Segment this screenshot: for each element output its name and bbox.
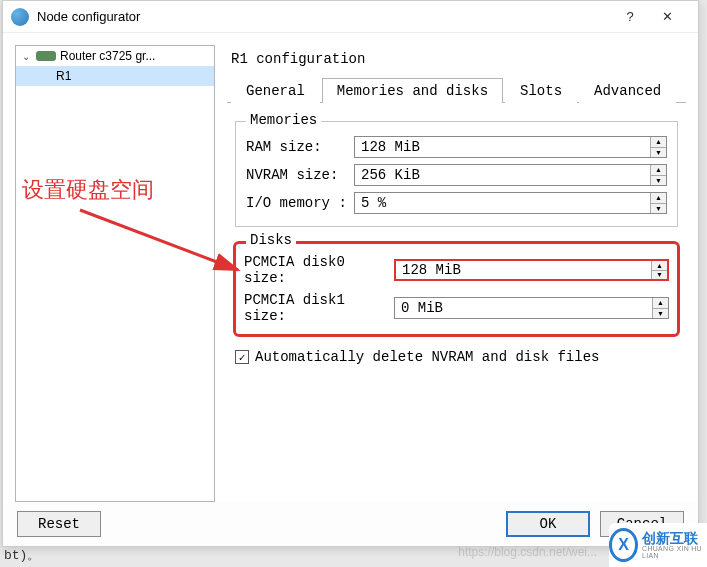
disk1-spinbox[interactable]: ▲▼: [394, 297, 669, 319]
brand-logo-icon: X: [609, 528, 638, 562]
dialog-footer: Reset OK Cancel: [3, 502, 698, 546]
io-spinbox[interactable]: ▲▼: [354, 192, 667, 214]
nvram-input[interactable]: [355, 165, 650, 185]
ok-button[interactable]: OK: [506, 511, 590, 537]
reset-button[interactable]: Reset: [17, 511, 101, 537]
panel-title: R1 configuration: [227, 45, 686, 77]
app-icon: [11, 8, 29, 26]
brand-logo: X 创新互联 CHUANG XIN HU LIAN: [609, 523, 707, 567]
ram-input[interactable]: [355, 137, 650, 157]
tab-slots[interactable]: Slots: [505, 78, 577, 103]
window-title: Node configurator: [37, 9, 140, 24]
content-area: ⌄ Router c3725 gr... R1 R1 configuration…: [3, 33, 698, 502]
io-input[interactable]: [355, 193, 650, 213]
memories-group: Memories RAM size: ▲▼ NVRAM size: ▲▼: [235, 121, 678, 227]
tab-general[interactable]: General: [231, 78, 320, 103]
disks-legend: Disks: [246, 232, 296, 248]
close-button[interactable]: ✕: [645, 3, 690, 31]
disk0-stepper[interactable]: ▲▼: [651, 261, 667, 279]
tree-root-label: Router c3725 gr...: [60, 49, 155, 63]
disk1-stepper[interactable]: ▲▼: [652, 298, 668, 318]
tree-child-label: R1: [56, 69, 71, 83]
brand-logo-text: 创新互联 CHUANG XIN HU LIAN: [642, 531, 707, 559]
autodelete-row[interactable]: ✓ Automatically delete NVRAM and disk fi…: [235, 349, 678, 365]
node-tree[interactable]: ⌄ Router c3725 gr... R1: [15, 45, 215, 502]
disk0-spinbox[interactable]: ▲▼: [394, 259, 669, 281]
titlebar: Node configurator ? ✕: [3, 1, 698, 33]
dialog-window: Node configurator ? ✕ ⌄ Router c3725 gr.…: [2, 0, 699, 547]
disk0-input[interactable]: [396, 261, 651, 279]
io-stepper[interactable]: ▲▼: [650, 193, 666, 213]
tree-root-row[interactable]: ⌄ Router c3725 gr...: [16, 46, 214, 66]
nvram-stepper[interactable]: ▲▼: [650, 165, 666, 185]
stray-text: bt)。: [4, 546, 40, 564]
memories-legend: Memories: [246, 112, 321, 128]
ram-stepper[interactable]: ▲▼: [650, 137, 666, 157]
tab-bar: General Memories and disks Slots Advance…: [227, 77, 686, 103]
autodelete-checkbox[interactable]: ✓: [235, 350, 249, 364]
io-label: I/O memory :: [246, 195, 354, 211]
nvram-spinbox[interactable]: ▲▼: [354, 164, 667, 186]
tab-advanced[interactable]: Advanced: [579, 78, 676, 103]
autodelete-label: Automatically delete NVRAM and disk file…: [255, 349, 599, 365]
help-button[interactable]: ?: [615, 3, 645, 31]
nvram-label: NVRAM size:: [246, 167, 354, 183]
disk1-label: PCMCIA disk1 size:: [244, 292, 394, 324]
tree-child-row[interactable]: R1: [16, 66, 214, 86]
disk1-input[interactable]: [395, 298, 652, 318]
tab-memories[interactable]: Memories and disks: [322, 78, 503, 103]
router-icon: [36, 51, 56, 61]
disks-group: Disks PCMCIA disk0 size: ▲▼ PCMCIA disk1…: [233, 241, 680, 337]
disk0-label: PCMCIA disk0 size:: [244, 254, 394, 286]
ram-spinbox[interactable]: ▲▼: [354, 136, 667, 158]
right-panel: R1 configuration General Memories and di…: [227, 45, 686, 502]
ram-label: RAM size:: [246, 139, 354, 155]
watermark-url: https://blog.csdn.net/wei...: [458, 545, 597, 559]
chevron-down-icon[interactable]: ⌄: [22, 51, 32, 62]
